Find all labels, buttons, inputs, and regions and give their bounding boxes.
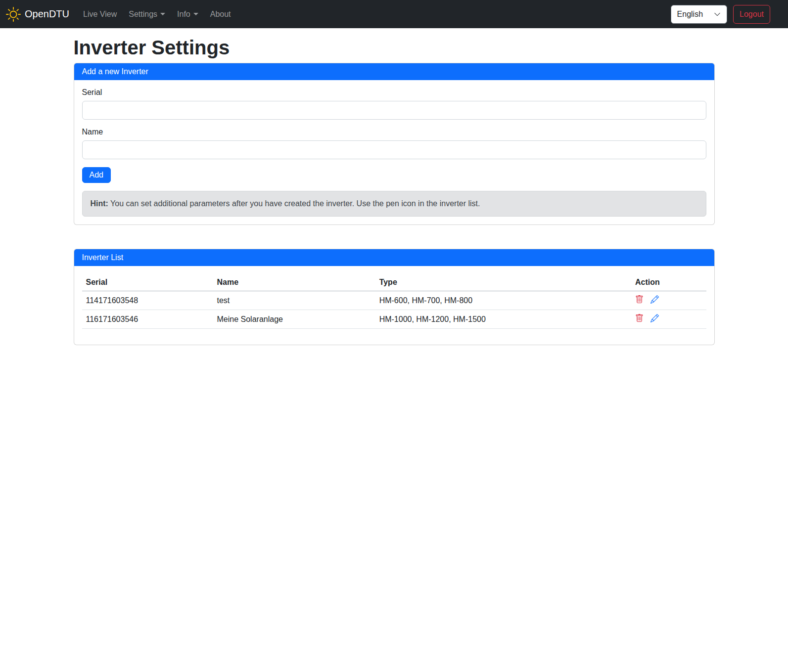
main-content: Inverter Settings Add a new Inverter Ser… bbox=[68, 37, 721, 345]
cell-type: HM-600, HM-700, HM-800 bbox=[375, 291, 631, 310]
table-row: 116171603546 Meine Solaranlage HM-1000, … bbox=[82, 310, 706, 329]
cell-actions bbox=[631, 310, 706, 329]
delete-inverter-icon[interactable] bbox=[635, 295, 644, 306]
caret-down-icon bbox=[160, 13, 165, 15]
edit-inverter-icon[interactable] bbox=[650, 314, 659, 324]
hint-alert-bold: Hint: bbox=[91, 199, 108, 208]
cell-actions bbox=[631, 291, 706, 310]
inverter-table: Serial Name Type Action 114171603548 tes… bbox=[82, 274, 706, 329]
hint-alert-text: You can set additional parameters after … bbox=[108, 199, 480, 208]
serial-label: Serial bbox=[82, 88, 706, 97]
cell-name: Meine Solaranlage bbox=[213, 310, 375, 329]
brand-link[interactable]: OpenDTU bbox=[6, 7, 69, 22]
hint-alert: Hint: You can set additional parameters … bbox=[82, 191, 706, 217]
inverter-list-card: Inverter List Serial Name Type Action 11… bbox=[74, 249, 715, 345]
name-input[interactable] bbox=[82, 140, 706, 159]
sun-icon bbox=[6, 7, 21, 22]
add-card-header: Add a new Inverter bbox=[74, 63, 714, 80]
nav-item-label: Info bbox=[177, 10, 190, 19]
chevron-down-icon bbox=[714, 11, 721, 18]
language-select[interactable]: English bbox=[671, 5, 727, 24]
serial-input[interactable] bbox=[82, 101, 706, 120]
add-inverter-card: Add a new Inverter Serial Name Add Hint:… bbox=[74, 63, 715, 225]
brand-label: OpenDTU bbox=[25, 8, 69, 20]
page-title: Inverter Settings bbox=[74, 37, 715, 59]
column-header-action: Action bbox=[631, 274, 706, 291]
nav-item-settings[interactable]: Settings bbox=[125, 6, 169, 23]
cell-serial: 116171603546 bbox=[82, 310, 213, 329]
column-header-serial: Serial bbox=[82, 274, 213, 291]
add-button[interactable]: Add bbox=[82, 167, 111, 183]
delete-inverter-icon[interactable] bbox=[635, 314, 644, 324]
nav-item-label: Live View bbox=[83, 10, 117, 19]
logout-button[interactable]: Logout bbox=[733, 5, 770, 24]
serial-field-group: Serial bbox=[82, 88, 706, 120]
nav-item-label: Settings bbox=[129, 10, 157, 19]
edit-inverter-icon[interactable] bbox=[650, 295, 659, 306]
column-header-name: Name bbox=[213, 274, 375, 291]
cell-type: HM-1000, HM-1200, HM-1500 bbox=[375, 310, 631, 329]
nav-item-about[interactable]: About bbox=[206, 6, 235, 23]
language-selected-value: English bbox=[677, 10, 703, 19]
navbar: OpenDTU Live View Settings Info About En… bbox=[0, 0, 788, 28]
add-card-body: Serial Name Add Hint: You can set additi… bbox=[74, 80, 714, 224]
caret-down-icon bbox=[193, 13, 198, 15]
name-label: Name bbox=[82, 128, 706, 136]
cell-serial: 114171603548 bbox=[82, 291, 213, 310]
nav-item-live-view[interactable]: Live View bbox=[79, 6, 121, 23]
table-row: 114171603548 test HM-600, HM-700, HM-800 bbox=[82, 291, 706, 310]
name-field-group: Name bbox=[82, 128, 706, 159]
table-header-row: Serial Name Type Action bbox=[82, 274, 706, 291]
nav-item-label: About bbox=[210, 10, 231, 19]
nav-item-info[interactable]: Info bbox=[173, 6, 202, 23]
column-header-type: Type bbox=[375, 274, 631, 291]
list-card-header: Inverter List bbox=[74, 249, 714, 266]
nav-links: Live View Settings Info About bbox=[77, 6, 237, 23]
list-card-body: Serial Name Type Action 114171603548 tes… bbox=[74, 266, 714, 345]
cell-name: test bbox=[213, 291, 375, 310]
